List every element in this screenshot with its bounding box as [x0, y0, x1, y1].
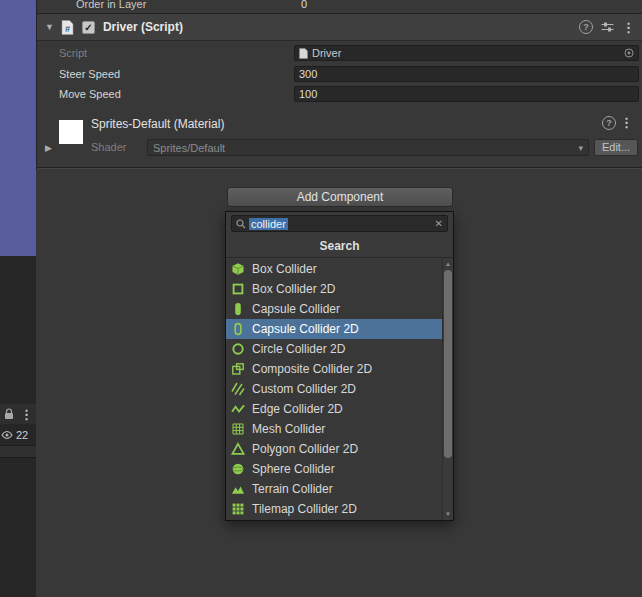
circle-collider-2d-icon [231, 342, 245, 356]
component-list-item[interactable]: Capsule Collider 2D [226, 319, 442, 339]
component-list-item[interactable]: Edge Collider 2D [226, 399, 442, 419]
component-label: Terrain Collider [252, 482, 333, 496]
search-icon [236, 219, 246, 229]
component-label: Box Collider [252, 262, 317, 276]
component-label: Composite Collider 2D [252, 362, 372, 376]
component-list-item[interactable]: Capsule Collider [226, 299, 442, 319]
csharp-script-icon: # [61, 20, 74, 35]
capsule-collider-2d-icon [231, 322, 245, 336]
foldout-closed-icon[interactable]: ▶ [45, 143, 52, 153]
order-in-layer-row: Order in Layer 0 [37, 0, 642, 12]
svg-text:#: # [65, 23, 70, 33]
unity-inspector-screen: ⋮ 22 Order in Layer 0 ▼ # ✓ Driver (Scri… [0, 0, 642, 597]
mesh-collider-icon [231, 422, 245, 436]
component-label: Custom Collider 2D [252, 382, 356, 396]
script-row: Script Driver [37, 44, 642, 62]
shader-label: Shader [91, 141, 126, 153]
component-title: Driver (Script) [103, 20, 183, 34]
order-in-layer-value[interactable]: 0 [301, 0, 307, 10]
move-speed-label: Move Speed [59, 88, 121, 100]
script-label: Script [59, 47, 87, 59]
popup-header: Search [226, 235, 453, 258]
component-label: Mesh Collider [252, 422, 325, 436]
component-enabled-checkbox[interactable]: ✓ [82, 21, 95, 34]
kebab-menu-icon[interactable]: ⋮ [620, 116, 633, 129]
component-list-item[interactable]: Composite Collider 2D [226, 359, 442, 379]
steer-speed-row: Steer Speed 300 [37, 65, 642, 83]
scroll-down-icon[interactable]: ▼ [443, 510, 453, 519]
script-object-field[interactable]: Driver [294, 45, 639, 61]
clear-search-icon[interactable]: ✕ [435, 219, 443, 229]
adjacent-panel-surface [0, 0, 36, 256]
script-object-name: Driver [312, 47, 341, 59]
component-list: Box ColliderBox Collider 2DCapsule Colli… [226, 259, 442, 520]
component-label: Sphere Collider [252, 462, 335, 476]
component-list-item[interactable]: Box Collider [226, 259, 442, 279]
component-label: Polygon Collider 2D [252, 442, 358, 456]
kebab-menu-icon[interactable]: ⋮ [622, 21, 635, 34]
capsule-collider-icon [231, 302, 245, 316]
scrollbar-thumb[interactable] [444, 270, 452, 458]
component-list-item[interactable]: Polygon Collider 2D [226, 439, 442, 459]
help-icon[interactable]: ? [579, 20, 593, 34]
search-bar: collider ✕ [226, 212, 453, 235]
panel-divider [0, 445, 36, 458]
move-speed-row: Move Speed 100 [37, 85, 642, 103]
order-in-layer-label: Order in Layer [76, 0, 146, 10]
box-collider-icon [231, 262, 245, 276]
move-speed-input[interactable]: 100 [294, 86, 639, 102]
component-label: Capsule Collider 2D [252, 322, 359, 336]
component-list-item[interactable]: Wheel Collider [226, 519, 442, 520]
component-list-item[interactable]: Box Collider 2D [226, 279, 442, 299]
polygon-collider-2d-icon [231, 442, 245, 456]
eye-icon[interactable] [1, 430, 13, 440]
presets-icon[interactable] [601, 21, 614, 33]
add-component-button[interactable]: Add Component [227, 187, 453, 207]
search-input-value: collider [249, 218, 288, 230]
edit-button[interactable]: Edit... [594, 139, 638, 156]
script-file-icon [299, 48, 308, 59]
component-list-item[interactable]: Terrain Collider [226, 479, 442, 499]
help-icon[interactable]: ? [602, 116, 616, 130]
adjacent-panel-toolbar: ⋮ [0, 404, 36, 424]
material-preview-swatch[interactable] [59, 120, 83, 144]
dropdown-caret-icon: ▾ [578, 143, 583, 153]
steer-speed-input[interactable]: 300 [294, 66, 639, 82]
component-label: Box Collider 2D [252, 282, 335, 296]
edge-collider-2d-icon [231, 402, 245, 416]
driver-component-header: ▼ # ✓ Driver (Script) ? ⋮ [37, 14, 642, 41]
count-label: 22 [16, 429, 28, 441]
steer-speed-label: Steer Speed [59, 68, 120, 80]
component-label: Tilemap Collider 2D [252, 502, 357, 516]
terrain-collider-icon [231, 482, 245, 496]
component-label: Circle Collider 2D [252, 342, 345, 356]
component-list-item[interactable]: Circle Collider 2D [226, 339, 442, 359]
tilemap-collider-2d-icon [231, 502, 245, 516]
component-list-item[interactable]: Custom Collider 2D [226, 379, 442, 399]
custom-collider-2d-icon [231, 382, 245, 396]
component-label: Capsule Collider [252, 302, 340, 316]
add-component-popup: collider ✕ Search Box ColliderBox Collid… [225, 211, 454, 521]
kebab-menu-icon[interactable]: ⋮ [20, 408, 33, 421]
component-label: Edge Collider 2D [252, 402, 343, 416]
adjacent-panel-strip: ⋮ 22 [0, 0, 36, 597]
box-collider-2d-icon [231, 282, 245, 296]
shader-value: Sprites/Default [153, 142, 225, 154]
list-scrollbar[interactable]: ▲ ▼ [442, 259, 453, 520]
foldout-open-icon[interactable]: ▼ [45, 22, 54, 32]
object-picker-icon[interactable] [624, 48, 634, 58]
sphere-collider-icon [231, 462, 245, 476]
inspector-bottom-divider [37, 167, 642, 169]
component-list-item[interactable]: Tilemap Collider 2D [226, 499, 442, 519]
composite-collider-2d-icon [231, 362, 245, 376]
inspector-panel: Order in Layer 0 ▼ # ✓ Driver (Script) ?… [36, 0, 642, 170]
scroll-up-icon[interactable]: ▲ [443, 260, 453, 269]
component-search-input[interactable]: collider ✕ [231, 215, 448, 232]
component-list-item[interactable]: Sphere Collider [226, 459, 442, 479]
visibility-count: 22 [0, 426, 36, 444]
material-title: Sprites-Default (Material) [91, 117, 224, 131]
material-section: Sprites-Default (Material) ? ⋮ ▶ Shader … [37, 110, 642, 167]
component-list-item[interactable]: Mesh Collider [226, 419, 442, 439]
lock-icon[interactable] [4, 408, 14, 420]
shader-dropdown[interactable]: Sprites/Default ▾ [147, 139, 589, 156]
